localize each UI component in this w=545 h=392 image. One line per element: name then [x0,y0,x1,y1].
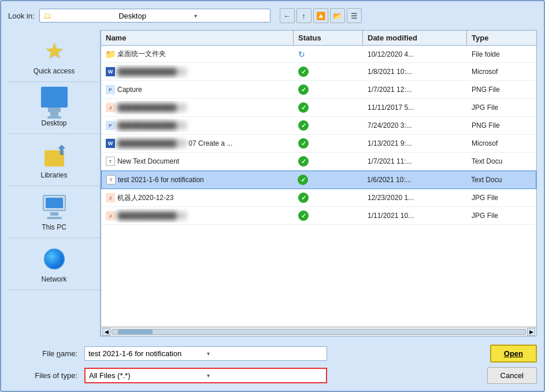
table-row[interactable]: J████████████✓1/11/2021 10...JPG File [101,207,536,225]
file-date-cell: 10/12/2020 4... [363,47,467,61]
desktop-screen-icon [41,87,68,108]
table-row[interactable]: W████████████ 07 Create a ...✓1/13/2021 … [101,135,536,153]
scroll-left-button[interactable]: ◀ [102,328,110,336]
file-name-cell: 📁桌面统一文件夹 [101,47,294,61]
new-folder-icon: 📂 [333,12,342,20]
column-header-type[interactable]: Type [467,31,536,45]
file-name-input[interactable]: test 2021-1-6 for notification ▾ [84,346,327,361]
table-row[interactable]: W████████████✓1/8/2021 10:...Microsof [101,63,536,81]
file-name-text: ████████████ 07 Create a ... [117,139,232,147]
file-name-text: 机器人2020-12-23 [117,193,173,203]
ok-icon: ✓ [298,66,309,77]
file-status-cell: ✓ [294,209,363,223]
file-status-cell: ✓ [294,154,363,168]
views-icon: ☰ [351,12,358,20]
table-row[interactable]: TNew Text Document✓1/7/2021 11:...Text D… [101,153,536,171]
file-name-text: ████████████ [117,68,187,76]
sidebar-item-libraries[interactable]: ⬆ Libraries [8,134,100,186]
file-type-cell: Microsof [467,136,536,150]
table-row[interactable]: J████████████✓11/11/2017 5...JPG File [101,99,536,117]
sidebar-item-quick-access[interactable]: ★ Quick access [8,30,100,82]
cancel-button[interactable]: Cancel [487,367,537,384]
ok-icon: ✓ [298,210,309,221]
sidebar-item-label-libraries: Libraries [40,171,67,179]
new-folder-button[interactable]: 📂 [330,8,345,23]
toolbar-buttons: ← ↑ 🔼 📂 ☰ [280,8,362,23]
file-name-text: test 2021-1-6 for notification [118,176,204,184]
top-bar: Look in: 🗂 Desktop ▾ ← ↑ 🔼 📂 ☰ [8,8,537,23]
file-name-cell: J████████████ [101,209,294,223]
file-type-cell: PNG File [467,83,536,97]
up-icon: 🔼 [316,12,325,20]
quick-access-icon-container: ★ [40,37,68,65]
jpg-icon: J [106,193,115,202]
folder-icon: 📁 [106,50,115,59]
sidebar-item-label-desktop: Desktop [41,119,66,127]
libraries-icon-container: ⬆ [40,141,68,169]
desktop-icon-container [40,89,68,117]
file-name-cell: PCapture [101,83,294,97]
scroll-thumb[interactable] [118,330,153,334]
file-name-text: ████████████ [117,103,187,112]
table-row[interactable]: PCapture✓1/7/2021 12:...PNG File [101,81,536,99]
file-status-cell: ✓ [294,136,363,150]
file-name-text: New Text Document [117,157,179,165]
file-date-cell: 7/24/2020 3:... [363,119,467,132]
up-button[interactable]: 🔼 [313,8,328,23]
file-status-cell: ✓ [293,173,362,187]
back-icon: ← [283,12,291,20]
file-name-text: Capture [117,86,142,94]
file-date-cell: 1/7/2021 12:... [363,83,467,97]
sidebar-item-desktop[interactable]: Desktop [8,82,100,134]
file-type-row: Files of type: All Files (*.*) ▾ Cancel [8,367,537,384]
forward-icon: ↑ [302,12,306,20]
table-row[interactable]: P████████████✓7/24/2020 3:...PNG File [101,117,536,135]
location-folder-icon: 🗂 [43,11,116,20]
main-area: ★ Quick access Desktop [8,30,537,336]
png-icon: P [106,85,115,94]
word-icon: W [106,67,115,76]
views-button[interactable]: ☰ [347,8,362,23]
jpg-icon: J [106,103,115,112]
sidebar-item-label-this-pc: This PC [42,223,66,231]
desktop-stand-icon [50,112,58,116]
file-name-value: test 2021-1-6 for notification [88,349,205,358]
horizontal-scrollbar[interactable]: ◀ ▶ [101,327,536,336]
ok-icon: ✓ [298,193,309,203]
file-date-cell: 12/23/2020 1... [363,191,467,205]
dropdown-arrow-icon: ▾ [194,13,266,19]
png-icon: P [106,121,115,130]
file-name-label: File name: [8,349,77,358]
file-status-cell: ✓ [294,65,363,79]
sidebar-item-this-pc[interactable]: This PC [8,186,100,238]
back-button[interactable]: ← [280,8,295,23]
look-in-dropdown[interactable]: 🗂 Desktop ▾ [39,9,270,23]
word-icon: W [106,139,115,148]
file-name-cell: J机器人2020-12-23 [101,191,294,205]
file-type-input[interactable]: All Files (*.*) ▾ [84,368,327,383]
file-name-cell: W████████████ [101,65,294,79]
file-status-cell: ✓ [294,119,363,132]
forward-button[interactable]: ↑ [296,8,312,23]
column-header-date[interactable]: Date modified [363,31,467,45]
table-row[interactable]: 📁桌面统一文件夹↻10/12/2020 4...File folde [101,46,536,63]
bottom-section: File name: test 2021-1-6 for notificatio… [8,341,537,384]
file-type-cell: JPG File [467,191,536,205]
open-button[interactable]: Open [490,345,537,363]
file-name-cell: Ttest 2021-1-6 for notification [102,173,293,187]
column-header-name[interactable]: Name [101,31,294,45]
open-file-dialog: Look in: 🗂 Desktop ▾ ← ↑ 🔼 📂 ☰ [0,0,545,392]
table-row[interactable]: J机器人2020-12-23✓12/23/2020 1...JPG File [101,189,536,207]
column-header-status[interactable]: Status [294,31,363,45]
network-icon-container: 🌐 [40,245,68,273]
sidebar-item-network[interactable]: 🌐 Network [8,238,100,290]
table-row[interactable]: Ttest 2021-1-6 for notification✓1/6/2021… [101,171,536,189]
star-icon: ★ [45,40,64,62]
ok-icon: ✓ [298,138,309,149]
scroll-right-button[interactable]: ▶ [527,328,535,336]
file-name-text: ████████████ [117,121,187,130]
scroll-track[interactable] [112,329,526,335]
file-name-cell: J████████████ [101,101,294,114]
file-type-value: All Files (*.*) [89,371,205,380]
sidebar: ★ Quick access Desktop [8,30,101,336]
